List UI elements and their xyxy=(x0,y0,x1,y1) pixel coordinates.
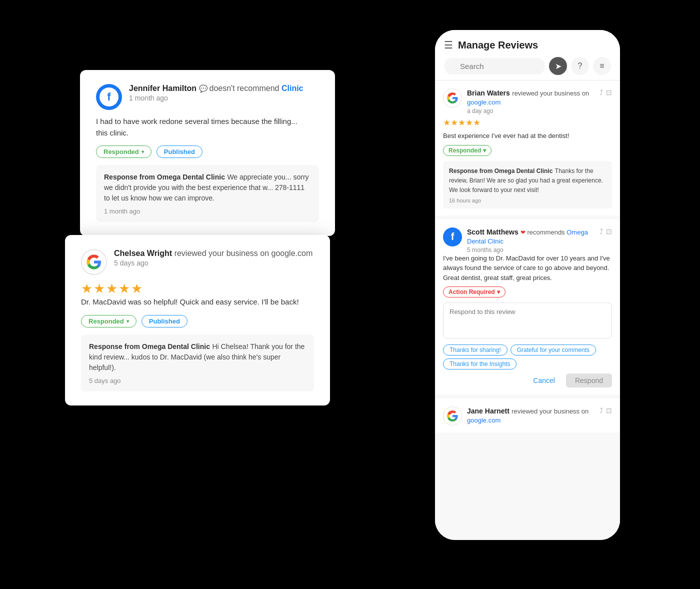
respond-textarea[interactable] xyxy=(443,302,612,338)
external-link-icon[interactable]: ⊡ xyxy=(606,228,612,236)
external-link-icon[interactable]: ⊡ xyxy=(606,88,612,96)
google-review-card: Chelsea Wright reviewed your business on… xyxy=(65,235,330,406)
share-icon[interactable]: ⤴ xyxy=(600,406,603,414)
search-wrap: 🔍 xyxy=(444,58,545,74)
respond-form: Thanks for sharing! Grateful for your co… xyxy=(443,298,612,388)
responded-badge[interactable]: Responded ▾ xyxy=(443,145,492,156)
chevron-down-icon: ▾ xyxy=(126,318,129,324)
cancel-button[interactable]: Cancel xyxy=(526,374,562,388)
review-date: 5 months ago xyxy=(467,246,600,254)
published-badge: Published xyxy=(156,146,202,158)
chip-grateful-comments[interactable]: Grateful for your comments xyxy=(510,344,596,356)
facebook-avatar: f xyxy=(96,84,122,110)
published-badge: Published xyxy=(142,315,188,328)
share-icon[interactable]: ⤴ xyxy=(600,88,603,96)
google-logo-icon xyxy=(446,410,458,422)
respond-button[interactable]: Respond xyxy=(566,374,612,388)
review-date: 5 days ago xyxy=(114,259,312,267)
badge-row: Responded ▾ Published xyxy=(81,315,314,328)
response-box: Response from Omega Dental Clinic We app… xyxy=(96,165,319,222)
respond-actions: Cancel Respond xyxy=(443,374,612,388)
google-avatar xyxy=(443,88,462,108)
review-item-brian: Brian Waters reviewed your business on g… xyxy=(435,80,620,216)
badge-row: Responded ▾ Published xyxy=(96,146,319,158)
response-date: 16 hours ago xyxy=(449,198,606,204)
reviewer-name: Brian Waters xyxy=(467,89,510,97)
review-date: 1 month ago xyxy=(129,94,304,102)
share-icon[interactable]: ⤴ xyxy=(600,228,603,236)
phone-body: Brian Waters reviewed your business on g… xyxy=(435,80,620,540)
reviewer-name: Scott Matthews xyxy=(467,228,518,236)
google-avatar xyxy=(443,406,462,426)
menu-icon[interactable]: ☰ xyxy=(444,39,453,51)
response-date: 1 month ago xyxy=(104,208,311,215)
facebook-review-card: f Jennifer Hamilton 💬 doesn't recommend … xyxy=(80,70,335,236)
phone-shell: ☰ Manage Reviews 🔍 ➤ ? ≡ xyxy=(435,30,620,540)
review-text: Best experience I've ever had at the den… xyxy=(443,131,612,141)
review-text: I've been going to Dr. MacDavid for over… xyxy=(443,254,612,283)
external-link-icon[interactable]: ⊡ xyxy=(606,406,612,414)
review-header: f Jennifer Hamilton 💬 doesn't recommend … xyxy=(96,84,319,110)
phone-header: ☰ Manage Reviews 🔍 ➤ ? ≡ xyxy=(435,30,620,80)
help-button[interactable]: ? xyxy=(571,57,589,75)
responded-badge[interactable]: Responded ▾ xyxy=(81,315,136,328)
review-text: I had to have work redone several times … xyxy=(96,116,319,138)
review-item-scott: f Scott Matthews ❤ recommends Omega Dent… xyxy=(435,220,620,395)
response-box: Response from Omega Dental Clinic Hi Che… xyxy=(81,334,314,392)
review-item-jane: Jane Harnett reviewed your business on g… xyxy=(435,398,620,432)
responded-badge[interactable]: Responded ▾ xyxy=(96,146,152,158)
review-header: Chelsea Wright reviewed your business on… xyxy=(81,249,314,275)
filter-button[interactable]: ≡ xyxy=(593,57,611,75)
response-date: 5 days ago xyxy=(89,377,306,384)
search-input[interactable] xyxy=(444,58,545,74)
star-rating: ★★★★★ xyxy=(443,118,612,128)
chevron-down-icon: ▾ xyxy=(142,149,144,154)
search-row: 🔍 ➤ ? ≡ xyxy=(444,57,611,75)
star-rating: ★★★★★ xyxy=(81,281,314,296)
response-box: Response from Omega Dental Clinic Thanks… xyxy=(443,161,612,208)
reviewer-name: Chelsea Wright reviewed your business on… xyxy=(114,249,312,258)
send-button[interactable]: ➤ xyxy=(549,57,567,75)
action-required-badge[interactable]: Action Required ▾ xyxy=(443,286,506,298)
google-logo-icon xyxy=(446,92,458,104)
chevron-down-icon: ▾ xyxy=(497,288,500,296)
google-logo-icon xyxy=(86,254,102,270)
chip-thanks-sharing[interactable]: Thanks for sharing! xyxy=(443,344,508,356)
reviewer-name: Jennifer Hamilton 💬 doesn't recommend Cl… xyxy=(129,84,304,93)
page-title: Manage Reviews xyxy=(458,40,538,51)
review-text: Dr. MacDavid was so helpful! Quick and e… xyxy=(81,296,314,308)
suggestion-chips: Thanks for sharing! Grateful for your co… xyxy=(443,344,612,370)
review-date: a day ago xyxy=(467,108,600,114)
chevron-down-icon: ▾ xyxy=(483,147,486,154)
chip-thanks-insights[interactable]: Thanks for the Insights xyxy=(443,358,516,370)
google-avatar xyxy=(81,249,107,275)
reviewer-name: Jane Harnett xyxy=(467,407,510,415)
phone-title-row: ☰ Manage Reviews xyxy=(444,39,611,51)
phone-panel: ☰ Manage Reviews 🔍 ➤ ? ≡ xyxy=(435,30,620,540)
facebook-avatar: f xyxy=(443,228,462,246)
